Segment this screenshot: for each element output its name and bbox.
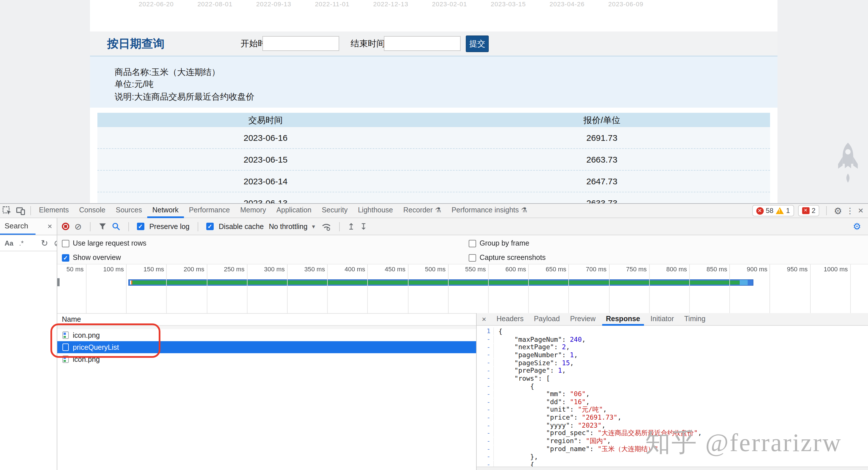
end-time-input[interactable] bbox=[384, 36, 461, 51]
network-overview-timeline[interactable]: 50 ms100 ms150 ms200 ms250 ms300 ms350 m… bbox=[57, 264, 868, 313]
code-text: }, bbox=[494, 453, 538, 461]
filter-funnel-icon[interactable] bbox=[98, 223, 106, 230]
chart-date-label: 2022-09-13 bbox=[256, 1, 291, 7]
record-network-log-button[interactable] bbox=[62, 223, 69, 230]
tab-application[interactable]: Application bbox=[271, 204, 316, 217]
show-overview-checkbox[interactable]: ✓ bbox=[62, 254, 69, 261]
code-line: - { bbox=[477, 382, 868, 390]
disable-cache-label: Disable cache bbox=[219, 223, 264, 230]
section-title: 按日期查询 bbox=[107, 32, 164, 56]
tab-network[interactable]: Network bbox=[147, 204, 184, 217]
timeline-gridline bbox=[287, 265, 288, 313]
capture-screenshots-checkbox[interactable] bbox=[469, 254, 476, 261]
issues-count: 2 bbox=[812, 207, 815, 215]
import-har-icon[interactable]: ↥ bbox=[347, 222, 355, 231]
timeline-tick-label: 450 ms bbox=[385, 266, 405, 272]
start-time-input[interactable] bbox=[262, 36, 339, 51]
refresh-icon[interactable]: ↻ bbox=[41, 239, 48, 247]
toolbar-band: Search × ⊘ ✓ Preserve log ✓ Disable bbox=[0, 218, 868, 235]
tab-performance[interactable]: Performance bbox=[184, 204, 235, 217]
show-overview-option[interactable]: ✓ Show overview bbox=[62, 251, 121, 264]
toolbar-divider bbox=[30, 206, 31, 215]
response-tab-timing[interactable]: Timing bbox=[679, 313, 711, 326]
product-desc-line: 说明:大连商品交易所最近合约收盘价 bbox=[115, 92, 254, 102]
response-tab-initiator[interactable]: Initiator bbox=[645, 313, 679, 326]
code-text: "mm": "06", bbox=[494, 390, 590, 398]
tab-console[interactable]: Console bbox=[74, 204, 111, 217]
chart-date-row: 2022-06-202022-08-012022-09-132022-11-01… bbox=[138, 1, 643, 7]
response-tab-strip: HeadersPayloadPreviewResponseInitiatorTi… bbox=[491, 313, 710, 326]
capture-screenshots-option[interactable]: Capture screenshots bbox=[469, 251, 546, 264]
submit-button[interactable]: 提交 bbox=[466, 35, 489, 52]
tab-lighthouse[interactable]: Lighthouse bbox=[353, 204, 398, 217]
inspect-element-icon[interactable] bbox=[0, 204, 14, 217]
issues-badge[interactable]: ✕ 2 bbox=[798, 205, 819, 216]
code-line: - "pageSize": 15, bbox=[477, 359, 868, 367]
response-tab-response[interactable]: Response bbox=[601, 313, 645, 326]
group-by-frame-option[interactable]: Group by frame bbox=[469, 237, 529, 249]
gutter-marker: - bbox=[477, 382, 494, 390]
clear-network-log-icon[interactable]: ⊘ bbox=[74, 222, 82, 231]
response-tab-payload[interactable]: Payload bbox=[529, 313, 565, 326]
code-text: { bbox=[494, 382, 534, 390]
response-tab-preview[interactable]: Preview bbox=[565, 313, 601, 326]
clear-search-icon[interactable]: ⊘ bbox=[54, 239, 57, 247]
network-conditions-icon[interactable] bbox=[321, 223, 331, 230]
timeline-tick-label: 1000 ms bbox=[824, 266, 848, 272]
timeline-gridline bbox=[166, 265, 167, 313]
chart-date-label: 2023-03-15 bbox=[491, 1, 526, 7]
timeline-gridline bbox=[448, 265, 448, 313]
timeline-tick-label: 100 ms bbox=[103, 266, 124, 272]
table-row[interactable]: 2023-06-142647.73 bbox=[97, 171, 770, 192]
table-row[interactable]: 2023-06-162691.73 bbox=[97, 127, 770, 149]
response-tab-headers[interactable]: Headers bbox=[491, 313, 529, 326]
error-count: 58 bbox=[766, 207, 773, 215]
gutter-marker: - bbox=[477, 437, 494, 445]
timeline-notch bbox=[57, 278, 60, 286]
settings-gear-icon[interactable]: ⚙ bbox=[834, 205, 842, 216]
table-row[interactable]: 2023-06-152663.73 bbox=[97, 149, 770, 171]
more-options-kebab-icon[interactable]: ⋮ bbox=[846, 206, 854, 215]
throttling-select[interactable]: No throttling ▼ bbox=[269, 223, 316, 230]
table-row[interactable]: 2023-06-132633.73 bbox=[97, 192, 770, 203]
close-devtools-icon[interactable]: × bbox=[858, 205, 863, 216]
use-large-rows-option[interactable]: Use large request rows bbox=[62, 237, 146, 249]
search-close-icon[interactable]: × bbox=[48, 218, 52, 234]
capture-screenshots-label: Capture screenshots bbox=[479, 254, 546, 262]
search-drawer-tab[interactable]: Search bbox=[5, 218, 28, 234]
search-magnifier-icon[interactable] bbox=[112, 222, 120, 231]
table-cell: 2691.73 bbox=[434, 127, 770, 148]
devtools-tab-bar: ElementsConsoleSourcesNetworkPerformance… bbox=[0, 204, 868, 218]
tab-performance-insights[interactable]: Performance insights⚗ bbox=[446, 204, 532, 217]
regex-icon[interactable]: .* bbox=[19, 239, 24, 247]
group-by-frame-checkbox[interactable] bbox=[469, 240, 476, 247]
match-case-icon[interactable]: Aa bbox=[5, 239, 13, 247]
code-line: - "maxPageNum": 240, bbox=[477, 335, 868, 343]
code-text: "yyyy": "2023", bbox=[494, 421, 606, 429]
device-toolbar-icon[interactable] bbox=[14, 204, 28, 217]
gutter-marker: - bbox=[477, 375, 494, 382]
use-large-rows-checkbox[interactable] bbox=[62, 240, 69, 247]
back-to-top-rocket-icon[interactable] bbox=[836, 142, 859, 186]
product-info-block: 商品名称:玉米（大连期结） 单位:元/吨 说明:大连商品交易所最近合约收盘价 bbox=[90, 57, 777, 108]
horizontal-scrollbar[interactable] bbox=[477, 467, 868, 470]
timeline-gridline bbox=[609, 265, 609, 313]
preserve-log-checkbox[interactable]: ✓ bbox=[137, 223, 144, 230]
toolbar-divider bbox=[198, 222, 198, 231]
gutter-marker: - bbox=[477, 367, 494, 374]
tab-elements[interactable]: Elements bbox=[34, 204, 74, 217]
flask-icon: ⚗ bbox=[435, 206, 441, 214]
code-line: - "price": "2691.73", bbox=[477, 414, 868, 421]
code-text: "rows": [ bbox=[494, 374, 550, 382]
disable-cache-checkbox[interactable]: ✓ bbox=[206, 223, 214, 230]
console-errors-warnings-badge[interactable]: ✕ 58 ! 1 bbox=[752, 205, 794, 216]
tab-security[interactable]: Security bbox=[316, 204, 353, 217]
close-request-detail-icon[interactable]: × bbox=[477, 315, 491, 324]
tab-memory[interactable]: Memory bbox=[235, 204, 271, 217]
gutter-marker: - bbox=[477, 343, 494, 350]
export-har-icon[interactable]: ↧ bbox=[360, 222, 367, 231]
tab-sources[interactable]: Sources bbox=[111, 204, 147, 217]
tab-recorder[interactable]: Recorder⚗ bbox=[398, 204, 446, 217]
network-settings-gear-icon[interactable]: ⚙ bbox=[853, 221, 863, 232]
price-table-column-header: 报价/单位 bbox=[434, 113, 770, 127]
